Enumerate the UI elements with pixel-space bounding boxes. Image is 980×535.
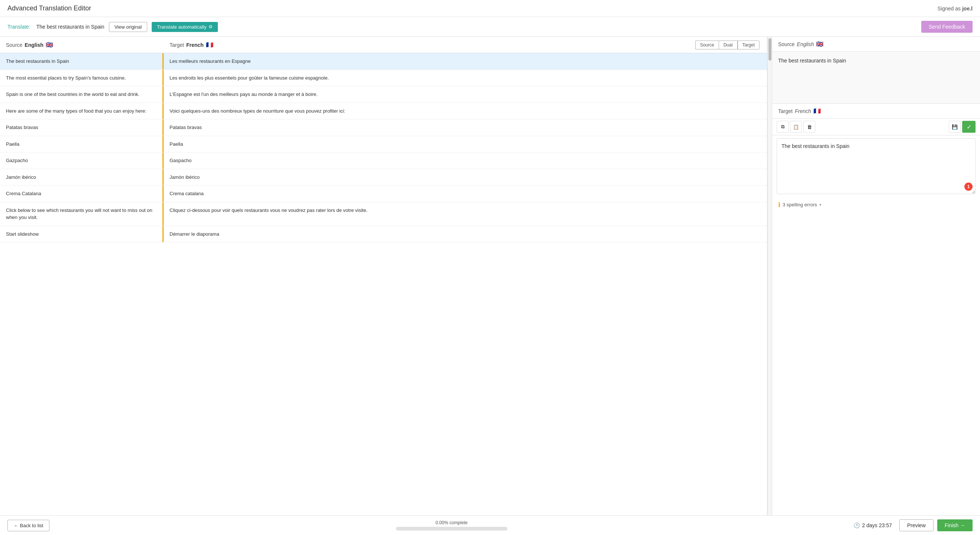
back-to-list-button[interactable]: ← Back to list xyxy=(8,520,49,531)
view-source-button[interactable]: Source xyxy=(695,41,719,49)
segment-target-cell[interactable]: Gaspacho xyxy=(164,153,767,169)
scrollbar[interactable] xyxy=(767,37,772,515)
progress-section: 0.00% complete xyxy=(57,520,846,530)
segment-target-cell[interactable]: Cliquez ci-dessous pour voir quels resta… xyxy=(164,202,767,226)
send-feedback-button[interactable]: Send Feedback xyxy=(921,21,972,33)
checkmark-icon: ✓ xyxy=(967,123,972,131)
segment-row[interactable]: Here are some of the many types of food … xyxy=(0,103,767,120)
translation-textarea[interactable]: The best restaurants in Spain xyxy=(776,138,975,194)
segment-target-cell[interactable]: Crema catalana xyxy=(164,186,767,202)
progress-bar-background xyxy=(396,527,508,530)
segment-target-cell[interactable]: Démarrer le diaporama xyxy=(164,226,767,242)
segment-target-cell[interactable]: Paella xyxy=(164,136,767,153)
segment-source-cell[interactable]: Spain is one of the best countries in th… xyxy=(0,86,164,103)
toolbar: Translate: The best restaurants in Spain… xyxy=(0,17,980,37)
document-title: The best restaurants in Spain xyxy=(37,24,105,30)
spelling-errors[interactable]: ℹ 3 spelling errors ▾ xyxy=(772,198,980,211)
segment-row[interactable]: GazpachoGaspacho xyxy=(0,153,767,169)
save-icon: 💾 xyxy=(952,124,958,130)
editor-panel: Source English 🇬🇧 Target French 🇫🇷 Sourc… xyxy=(0,37,767,515)
translate-label: Translate: xyxy=(8,24,30,30)
segment-row[interactable]: The most essential places to try Spain's… xyxy=(0,70,767,87)
translation-toolbar: ⧉ 📋 🗑 💾 ✓ xyxy=(772,119,980,135)
right-target-header: Target French 🇫🇷 xyxy=(772,104,980,119)
segment-source-cell[interactable]: The best restaurants in Spain xyxy=(0,53,164,70)
segment-source-cell[interactable]: Crema Catalana xyxy=(0,186,164,202)
timer-section: 🕐 2 days 23:57 xyxy=(854,522,892,528)
clock-icon: 🕐 xyxy=(854,522,860,528)
right-panel: Source English 🇬🇧 The best restaurants i… xyxy=(772,37,980,515)
source-flag: 🇬🇧 xyxy=(46,41,53,48)
confirm-button[interactable]: ✓ xyxy=(962,121,975,133)
segment-row[interactable]: Crema CatalanaCrema catalana xyxy=(0,186,767,202)
segment-target-cell[interactable]: Voici quelques-uns des nombreux types de… xyxy=(164,103,767,119)
segment-row[interactable]: Patatas bravasPatatas bravas xyxy=(0,119,767,136)
segment-target-cell[interactable]: Les meilleurs restaurants en Espagne xyxy=(164,53,767,70)
segment-source-cell[interactable]: Gazpacho xyxy=(0,153,164,169)
save-button[interactable]: 💾 xyxy=(949,121,961,133)
preview-button[interactable]: Preview xyxy=(899,519,934,531)
source-column-header: Source English 🇬🇧 xyxy=(0,40,164,50)
segment-source-cell[interactable]: Here are some of the many types of food … xyxy=(0,103,164,119)
translate-auto-button[interactable]: Translate automatically ⚙ xyxy=(152,22,218,32)
finish-button[interactable]: Finish → xyxy=(937,519,972,531)
segment-source-cell[interactable]: Click below to see which restaurants you… xyxy=(0,202,164,226)
gear-icon: ⚙ xyxy=(208,24,213,29)
view-original-button[interactable]: View original xyxy=(109,22,147,32)
main-content: Source English 🇬🇧 Target French 🇫🇷 Sourc… xyxy=(0,37,980,515)
segments-container: The best restaurants in SpainLes meilleu… xyxy=(0,53,767,515)
target-flag: 🇫🇷 xyxy=(206,41,213,48)
translation-area-wrapper: The best restaurants in Spain 1 xyxy=(772,135,980,198)
target-column-header: Target French 🇫🇷 xyxy=(164,40,695,50)
segment-row[interactable]: Spain is one of the best countries in th… xyxy=(0,86,767,103)
footer-right: Preview Finish → xyxy=(899,519,972,531)
paste-button[interactable]: 📋 xyxy=(790,121,802,133)
paste-icon: 📋 xyxy=(793,124,799,130)
app-title: Advanced Translation Editor xyxy=(8,5,91,12)
segment-row[interactable]: The best restaurants in SpainLes meilleu… xyxy=(0,53,767,70)
signed-as-label: Signed as joe.l xyxy=(938,6,972,11)
chevron-down-icon: ▾ xyxy=(819,203,821,207)
segment-source-cell[interactable]: The most essential places to try Spain's… xyxy=(0,70,164,86)
column-headers: Source English 🇬🇧 Target French 🇫🇷 Sourc… xyxy=(0,37,767,53)
copy-icon: ⧉ xyxy=(781,124,784,130)
copy-source-button[interactable]: ⧉ xyxy=(776,121,789,133)
app-footer: ← Back to list 0.00% complete 🕐 2 days 2… xyxy=(0,515,980,535)
right-source-flag: 🇬🇧 xyxy=(816,41,824,48)
segment-source-cell[interactable]: Jamón ibérico xyxy=(0,169,164,186)
timer-label: 2 days 23:57 xyxy=(862,522,892,528)
segment-target-cell[interactable]: Les endroits les plus essentiels pour go… xyxy=(164,70,767,86)
view-toggle: Source Dual Target xyxy=(695,40,759,50)
segment-row[interactable]: Jamón ibéricoJamón ibérico xyxy=(0,169,767,186)
segment-row[interactable]: Start slideshowDémarrer le diaporama xyxy=(0,226,767,243)
right-target-flag: 🇫🇷 xyxy=(813,107,821,115)
segment-source-cell[interactable]: Patatas bravas xyxy=(0,119,164,136)
username: joe.l xyxy=(962,6,972,11)
segment-source-cell[interactable]: Paella xyxy=(0,136,164,153)
scrollbar-thumb[interactable] xyxy=(768,38,772,61)
segment-row[interactable]: PaellaPaella xyxy=(0,136,767,153)
right-source-header: Source English 🇬🇧 xyxy=(772,37,980,52)
badge-count: 1 xyxy=(964,183,972,191)
progress-label: 0.00% complete xyxy=(436,520,468,525)
segment-target-cell[interactable]: L'Espagne est l'un des meilleurs pays au… xyxy=(164,86,767,103)
warning-icon: ℹ xyxy=(778,201,780,208)
right-source-content: The best restaurants in Spain xyxy=(772,52,980,104)
segment-target-cell[interactable]: Patatas bravas xyxy=(164,119,767,136)
segment-source-cell[interactable]: Start slideshow xyxy=(0,226,164,242)
segment-target-cell[interactable]: Jamón ibérico xyxy=(164,169,767,186)
segment-row[interactable]: Click below to see which restaurants you… xyxy=(0,202,767,226)
app-header: Advanced Translation Editor Signed as jo… xyxy=(0,0,980,17)
clear-button[interactable]: 🗑 xyxy=(803,121,815,133)
view-target-button[interactable]: Target xyxy=(738,41,759,49)
view-dual-button[interactable]: Dual xyxy=(719,41,738,49)
clear-icon: 🗑 xyxy=(807,124,812,130)
